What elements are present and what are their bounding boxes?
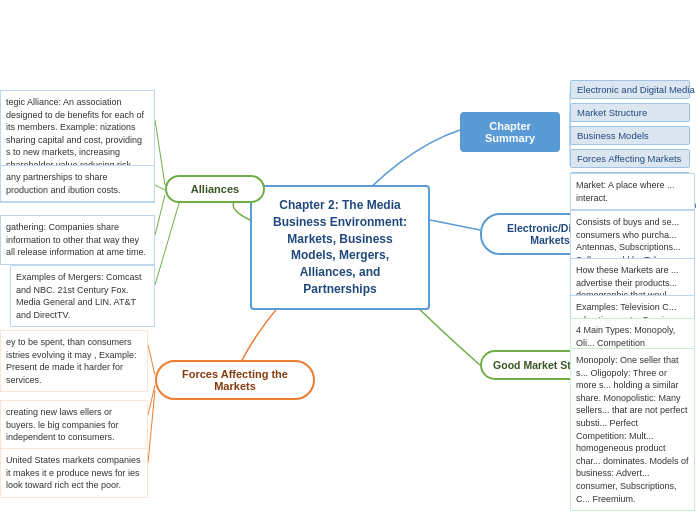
right-market-box: Market: A place where ... interact. [570, 173, 695, 210]
left-laws-text: creating new laws ellers or buyers. le b… [6, 407, 119, 442]
svg-line-6 [155, 185, 165, 190]
central-title: Chapter 2: The Media Business Environmen… [273, 198, 407, 296]
left-examples-box: Examples of Mergers: Comcast and NBC. 21… [10, 265, 155, 327]
summary-item-3: Forces Affecting Markets [570, 149, 690, 168]
right-4types-text: 4 Main Types: Monopoly, Oli... Competiti… [576, 325, 675, 348]
forces-node: Forces Affecting the Markets [155, 360, 315, 400]
svg-line-9 [148, 345, 155, 375]
chapter-summary-node: Chapter Summary [460, 112, 560, 152]
left-markets-text: United States markets companies it makes… [6, 455, 141, 490]
right-monopoly-details-box: Monopoly: One seller that s... Oligopoly… [570, 348, 695, 511]
svg-line-11 [148, 390, 155, 463]
alliances-label: Alliances [191, 183, 239, 195]
right-market-text: Market: A place where ... interact. [576, 180, 675, 203]
summary-item-2: Business Models [570, 126, 690, 145]
left-markets-box: United States markets companies it makes… [0, 448, 148, 498]
svg-line-10 [148, 385, 155, 415]
left-gatherings-box: gathering: Companies share information t… [0, 215, 155, 265]
left-laws-box: creating new laws ellers or buyers. le b… [0, 400, 148, 450]
svg-line-7 [155, 195, 165, 235]
svg-line-5 [155, 120, 165, 185]
central-node: Chapter 2: The Media Business Environmen… [250, 185, 430, 310]
left-partnerships-box: any partnerships to share production and… [0, 165, 155, 202]
chapter-summary-label: Chapter Summary [485, 120, 535, 144]
alliances-node: Alliances [165, 175, 265, 203]
left-gatherings-text: gathering: Companies share information t… [6, 222, 146, 257]
forces-label: Forces Affecting the Markets [182, 368, 288, 392]
left-partnerships-text: any partnerships to share production and… [6, 172, 121, 195]
left-examples-text: Examples of Mergers: Comcast and NBC. 21… [16, 272, 142, 320]
left-evolving-box: ey to be spent, than consumers istries e… [0, 330, 148, 392]
summary-item-1: Market Structure [570, 103, 690, 122]
svg-line-8 [155, 200, 180, 285]
left-evolving-text: ey to be spent, than consumers istries e… [6, 337, 137, 385]
right-monopoly-details-text: Monopoly: One seller that s... Oligopoly… [576, 355, 689, 504]
summary-item-0: Electronic and Digital Media M... [570, 80, 690, 99]
